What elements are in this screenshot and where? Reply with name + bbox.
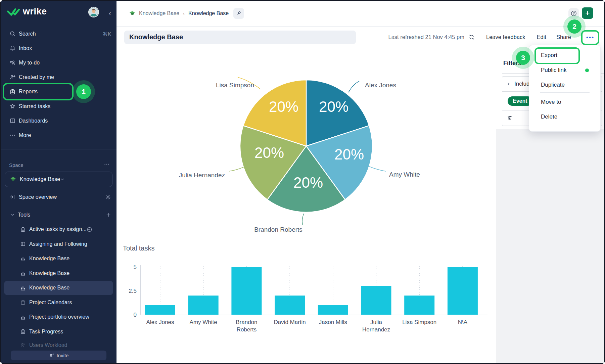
more-actions-menu: Export Public link Duplicate Move to Del… xyxy=(529,45,601,132)
add-button[interactable] xyxy=(582,7,593,19)
my-todo-icon xyxy=(9,59,16,66)
menu-item-delete[interactable]: Delete xyxy=(529,109,600,124)
main-area: Knowledge Base › Knowledge Base Knowledg… xyxy=(117,1,604,363)
tool-item-project-portfolio[interactable]: Project portfolio overview xyxy=(1,310,117,325)
pie-value-label: 20% xyxy=(334,146,364,163)
invite-button[interactable]: Invite xyxy=(11,351,106,360)
pie-leader-line xyxy=(348,81,359,92)
menu-item-export[interactable]: Export xyxy=(529,48,600,63)
menu-item-move-to[interactable]: Move to xyxy=(529,95,600,109)
space-more-icon[interactable] xyxy=(104,161,110,167)
tool-item-label: Task Progress xyxy=(29,329,63,335)
tool-item-label: Knowledge Base xyxy=(29,270,69,276)
more-actions-button[interactable]: ••• xyxy=(581,30,599,45)
x-category-label: Lisa Simpson xyxy=(402,319,436,325)
sidebar-item-space-overview[interactable]: Space overview xyxy=(1,190,117,204)
space-selector[interactable]: Knowledge Base xyxy=(5,172,112,187)
sidebar-item-created-by-me[interactable]: Created by me xyxy=(1,70,117,84)
pie-label: Amy White xyxy=(389,171,420,178)
sidebar-item-my-todo[interactable]: My to-do xyxy=(1,55,117,70)
ellipsis-icon: ••• xyxy=(586,36,594,39)
tool-item-active-tasks[interactable]: Active tasks by assign... xyxy=(1,222,117,237)
tool-item-project-calendars[interactable]: Project Calendars xyxy=(1,295,117,310)
users-icon xyxy=(20,342,26,348)
tool-item-label: Knowledge Base xyxy=(29,256,69,262)
bar[interactable] xyxy=(318,305,348,315)
bar[interactable] xyxy=(145,305,175,315)
tool-item-users-workload[interactable]: Users Workload xyxy=(1,338,117,353)
pie-label: Alex Jones xyxy=(365,82,396,89)
edit-button[interactable]: Edit xyxy=(537,34,546,40)
pie-label: Brandon Roberts xyxy=(254,226,302,233)
share-button[interactable]: Share xyxy=(556,34,571,40)
sidebar-item-starred-tasks[interactable]: Starred tasks xyxy=(1,99,117,113)
tool-item-label: Users Workload xyxy=(29,342,67,348)
bar[interactable] xyxy=(231,267,262,315)
created-by-me-icon xyxy=(9,74,16,81)
check-circle-icon xyxy=(87,227,92,232)
pie-value-label: 20% xyxy=(293,174,323,191)
filter-include-label: Includ xyxy=(514,81,529,87)
refresh-icon[interactable] xyxy=(468,34,475,40)
bar[interactable] xyxy=(188,295,219,315)
sidebar-item-label: Created by me xyxy=(19,74,54,80)
tool-item-label: Project portfolio overview xyxy=(29,314,89,320)
topbar: Knowledge Base › Knowledge Base xyxy=(117,1,604,27)
space-overview-icon xyxy=(9,194,16,200)
sidebar-item-more[interactable]: More xyxy=(1,128,117,142)
wrike-logo[interactable]: wrike xyxy=(7,6,47,17)
chevron-down-icon xyxy=(10,212,15,218)
bar[interactable] xyxy=(404,295,434,315)
help-button[interactable] xyxy=(568,8,579,19)
tools-section-header[interactable]: Tools xyxy=(1,208,117,222)
plus-icon[interactable] xyxy=(106,212,111,218)
tool-item-assigning[interactable]: Assigning and Following xyxy=(1,237,117,252)
x-category-label: David Martin xyxy=(274,319,306,325)
report-title: Knowledge Base xyxy=(129,33,183,41)
sidebar-item-dashboards[interactable]: Dashboards xyxy=(1,113,117,128)
pie-label: Lisa Simpson xyxy=(216,82,254,89)
sidebar-item-inbox[interactable]: Inbox xyxy=(1,41,117,55)
tool-item-label: Active tasks by assign... xyxy=(29,226,87,232)
bar[interactable] xyxy=(275,295,305,315)
tool-item-knowledge-base-1[interactable]: Knowledge Base xyxy=(1,252,117,266)
tool-item-knowledge-base-selected[interactable]: Knowledge Base xyxy=(4,281,113,295)
menu-item-duplicate[interactable]: Duplicate xyxy=(529,78,600,92)
more-icon xyxy=(9,132,16,139)
menu-item-label: Public link xyxy=(541,67,567,74)
sidebar-item-label: Reports xyxy=(19,89,38,95)
sidebar-item-label: Search xyxy=(19,31,36,37)
bar[interactable] xyxy=(448,267,478,315)
title-row: Knowledge Base Last refreshed 21 Nov 4:4… xyxy=(117,27,604,48)
leave-feedback-link[interactable]: Leave feedback xyxy=(486,34,525,40)
sidebar-item-search[interactable]: Search ⌘K xyxy=(1,27,117,41)
tool-item-knowledge-base-2[interactable]: Knowledge Base xyxy=(1,266,117,281)
x-category-label: N\A xyxy=(458,319,468,325)
tool-item-task-progress[interactable]: Task Progress xyxy=(1,324,117,339)
y-tick-label: 5 xyxy=(134,264,137,270)
dashboards-icon xyxy=(9,118,16,124)
annotation-badge-3: 3 xyxy=(516,51,530,65)
chevron-right-icon xyxy=(507,82,511,86)
y-tick-label: 0 xyxy=(134,312,137,318)
invite-label: Invite xyxy=(57,353,69,358)
person-plus-icon xyxy=(49,353,54,358)
graduation-cap-icon xyxy=(129,10,136,17)
bar-chart-title: Total tasks xyxy=(123,244,154,252)
report-title-input[interactable]: Knowledge Base xyxy=(124,31,356,44)
trash-icon[interactable] xyxy=(507,115,513,121)
sidebar-header: wrike ‹ xyxy=(1,1,117,26)
bar[interactable] xyxy=(361,286,391,315)
calendar-icon xyxy=(20,300,26,306)
user-avatar[interactable] xyxy=(88,7,99,17)
menu-item-public-link[interactable]: Public link xyxy=(529,63,600,78)
column-chart-icon xyxy=(20,285,26,291)
breadcrumb-space-link[interactable]: Knowledge Base xyxy=(139,10,179,16)
pin-button[interactable] xyxy=(233,8,244,19)
search-icon xyxy=(9,31,16,37)
breadcrumb-separator: › xyxy=(183,11,185,16)
pie-value-label: 20% xyxy=(254,144,284,161)
gear-icon[interactable] xyxy=(105,194,111,200)
collapse-sidebar-icon[interactable]: ‹ xyxy=(109,9,111,18)
sidebar-item-reports[interactable]: Reports xyxy=(1,85,117,99)
